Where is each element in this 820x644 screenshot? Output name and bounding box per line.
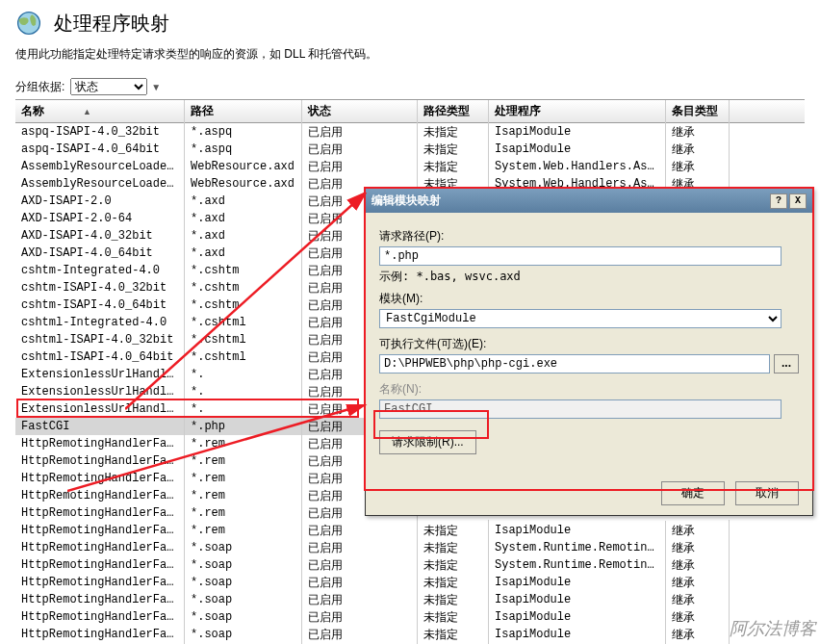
col-name[interactable]: 名称 bbox=[21, 103, 44, 119]
col-ptype[interactable]: 路径类型 bbox=[418, 100, 489, 122]
group-label: 分组依据: bbox=[15, 79, 64, 95]
ok-button[interactable]: 确定 bbox=[661, 481, 725, 505]
cancel-button[interactable]: 取消 bbox=[735, 481, 799, 505]
executable-label: 可执行文件(可选)(E): bbox=[379, 336, 799, 352]
request-path-label: 请求路径(P): bbox=[379, 228, 799, 245]
dialog-title: 编辑模块映射 bbox=[372, 193, 441, 209]
group-select[interactable]: 状态 bbox=[70, 78, 147, 95]
globe-icon bbox=[15, 10, 42, 37]
sort-arrow-icon: ▲ bbox=[83, 107, 91, 116]
request-path-input[interactable] bbox=[379, 246, 782, 266]
help-button[interactable]: ? bbox=[770, 193, 787, 209]
col-state[interactable]: 状态 bbox=[302, 100, 418, 122]
module-label: 模块(M): bbox=[379, 291, 799, 307]
page-subtitle: 使用此功能指定处理特定请求类型的响应的资源，如 DLL 和托管代码。 bbox=[0, 42, 820, 74]
request-path-hint: 示例: *.bas, wsvc.axd bbox=[379, 269, 799, 285]
name-label: 名称(N): bbox=[379, 381, 799, 398]
watermark: 阿尔法博客 bbox=[730, 617, 816, 640]
browse-button[interactable]: ... bbox=[774, 354, 799, 374]
name-input bbox=[379, 399, 782, 419]
request-restrictions-button[interactable]: 请求限制(R)... bbox=[379, 430, 476, 454]
col-etype[interactable]: 条目类型 bbox=[666, 100, 730, 122]
page-title: 处理程序映射 bbox=[54, 11, 169, 37]
col-path[interactable]: 路径 bbox=[185, 100, 302, 122]
module-select[interactable]: FastCgiModule bbox=[379, 309, 782, 328]
edit-module-dialog: 编辑模块映射 ? X 请求路径(P): 示例: *.bas, wsvc.axd … bbox=[365, 188, 813, 516]
column-headers[interactable]: 名称▲ 路径 状态 路径类型 处理程序 条目类型 bbox=[15, 100, 805, 123]
col-handler[interactable]: 处理程序 bbox=[489, 100, 666, 122]
close-button[interactable]: X bbox=[789, 193, 807, 209]
executable-input[interactable] bbox=[379, 354, 770, 374]
